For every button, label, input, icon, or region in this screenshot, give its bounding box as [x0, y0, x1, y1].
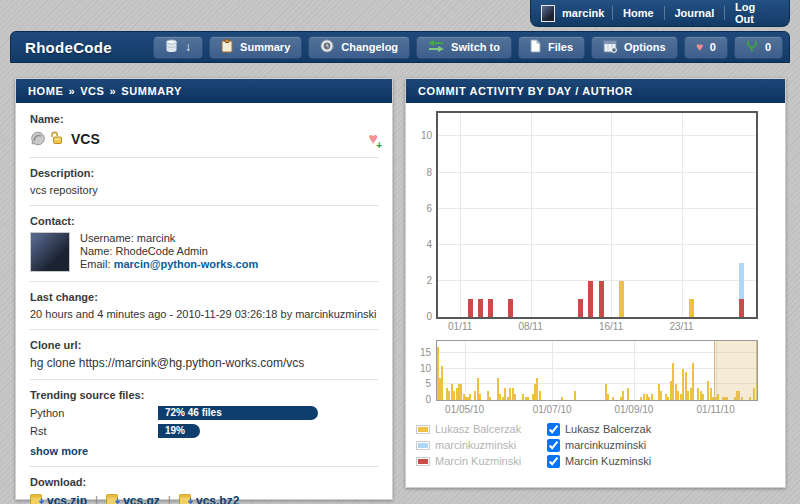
commit-bar [578, 299, 583, 317]
table-options-icon [603, 40, 617, 55]
legend-row: Lukasz BalcerzakLukasz Balcerzak [416, 421, 651, 437]
y-axis-tick-label: 10 [421, 130, 432, 141]
divider [30, 379, 378, 380]
summary-panel: HOME » VCS » SUMMARY Name: VCS ♥ + Descr… [15, 78, 393, 500]
commit-activity-overview-chart[interactable]: 05101501/05/1001/07/1001/09/1001/11/10 [436, 340, 758, 401]
commit-bar [702, 394, 704, 400]
follow-button[interactable]: ♥ + [369, 130, 379, 148]
commit-bar [648, 397, 650, 400]
user-bar: marcink Home Journal Log Out [530, 0, 790, 27]
author-filter-checkbox[interactable] [547, 423, 560, 436]
contact-avatar [30, 232, 70, 272]
followers-counter[interactable]: ♥ 0 [684, 36, 728, 59]
tab-changelog-label: Changelog [341, 41, 398, 53]
tab-summary[interactable]: Summary [209, 36, 302, 59]
author-filter-label: Lukasz Balcerzak [565, 423, 651, 435]
logout-link[interactable]: Log Out [725, 1, 779, 25]
commit-bar [453, 391, 455, 400]
contact-username: Username: marcink [80, 232, 258, 245]
clone-url-value[interactable]: hg clone https://marcink@hg.python-works… [30, 356, 378, 370]
y-axis-tick-label: 5 [425, 378, 431, 389]
grid-line [438, 244, 756, 245]
chart-legend: Lukasz BalcerzakLukasz Balcerzakmarcinku… [416, 421, 651, 469]
tab-files[interactable]: Files [518, 36, 585, 59]
breadcrumb-repo-link[interactable]: VCS [80, 85, 104, 97]
heart-icon: ♥ [696, 41, 703, 53]
clone-url-field-label: Clone url: [30, 339, 378, 351]
archive-download-icon [179, 493, 193, 504]
forks-counter[interactable]: 0 [734, 36, 783, 59]
tab-changelog[interactable]: Changelog [308, 36, 410, 59]
forks-count: 0 [765, 41, 771, 53]
followers-count: 0 [710, 41, 716, 53]
legend-color-swatch [416, 457, 430, 466]
grid-line [438, 135, 756, 136]
commit-bar [660, 391, 662, 400]
download-field-label: Download: [30, 476, 378, 488]
commit-bar [539, 391, 541, 400]
commit-bar [607, 394, 609, 400]
commit-bar [619, 281, 624, 317]
x-axis-tick-label: 01/05/10 [445, 404, 484, 415]
trending-language: Python [30, 407, 158, 419]
repo-switcher-button[interactable]: ↓ [153, 36, 203, 59]
author-filter-label: Marcin Kuzminski [565, 455, 651, 467]
show-more-link[interactable]: show more [30, 445, 88, 457]
commit-bar [474, 391, 476, 400]
commit-bar [508, 299, 513, 317]
tab-options[interactable]: Options [591, 36, 678, 59]
commit-bar [640, 397, 642, 400]
divider [30, 157, 378, 158]
download-zip-link[interactable]: vcs.zip [30, 493, 87, 504]
divider [30, 205, 378, 206]
download-gz-link[interactable]: vcs.gz [106, 493, 160, 504]
breadcrumb-current: SUMMARY [121, 85, 182, 97]
dropdown-arrow-icon: ↓ [185, 41, 191, 53]
commit-bar [667, 397, 669, 400]
commit-bar [448, 391, 450, 400]
download-bz2-link[interactable]: vcs.bz2 [179, 493, 239, 504]
unlock-icon [50, 131, 63, 147]
legend-color-swatch [416, 441, 430, 450]
trending-bar: 72% 46 files [158, 406, 318, 420]
grid-line [682, 113, 683, 317]
y-axis-tick-label: 15 [420, 347, 431, 358]
legend-series-name: Lukasz Balcerzak [435, 423, 543, 435]
legend-series-name: Marcin Kuzminski [435, 455, 543, 467]
home-link[interactable]: Home [613, 7, 664, 19]
commit-activity-title: COMMIT ACTIVITY BY DAY / AUTHOR [418, 85, 633, 97]
commit-bar [658, 384, 660, 400]
link-separator: | [95, 494, 98, 504]
commit-bar [677, 391, 679, 400]
commit-bar [643, 394, 645, 400]
contact-email-label: Email: [80, 258, 111, 270]
overview-selection-region[interactable] [714, 341, 757, 400]
y-axis-tick-label: 2 [426, 275, 432, 286]
tab-options-label: Options [624, 41, 666, 53]
tab-files-label: Files [548, 41, 573, 53]
grid-line [437, 383, 757, 384]
commit-bar [499, 394, 501, 400]
commit-bar [672, 363, 674, 400]
author-filter-checkbox[interactable] [547, 455, 560, 468]
x-axis-tick-label: 08/11 [518, 321, 542, 332]
breadcrumb-home-link[interactable]: HOME [28, 85, 63, 97]
last-change-field-label: Last change: [30, 291, 378, 303]
journal-link[interactable]: Journal [664, 7, 724, 19]
y-axis-tick-label: 6 [426, 203, 432, 214]
contact-email-link[interactable]: marcin@python-works.com [114, 258, 259, 270]
legend-row: Marcin KuzminskiMarcin Kuzminski [416, 453, 651, 469]
commit-bar [574, 391, 576, 400]
breadcrumb: HOME » VCS » SUMMARY [16, 79, 392, 103]
commit-bar [697, 388, 699, 400]
tab-switch-to[interactable]: Switch to [416, 36, 512, 59]
author-filter-checkbox[interactable] [547, 439, 560, 452]
last-change-value: 20 hours and 4 minutes ago - 2010-11-29 … [30, 308, 378, 320]
commit-bar [504, 388, 506, 400]
y-axis-tick-label: 8 [426, 167, 432, 178]
commit-bar [468, 299, 473, 317]
trending-row: Rst 19% [30, 424, 378, 438]
name-field-label: Name: [30, 113, 378, 125]
x-axis-tick-label: 23/11 [669, 321, 693, 332]
tab-switch-to-label: Switch to [451, 41, 500, 53]
